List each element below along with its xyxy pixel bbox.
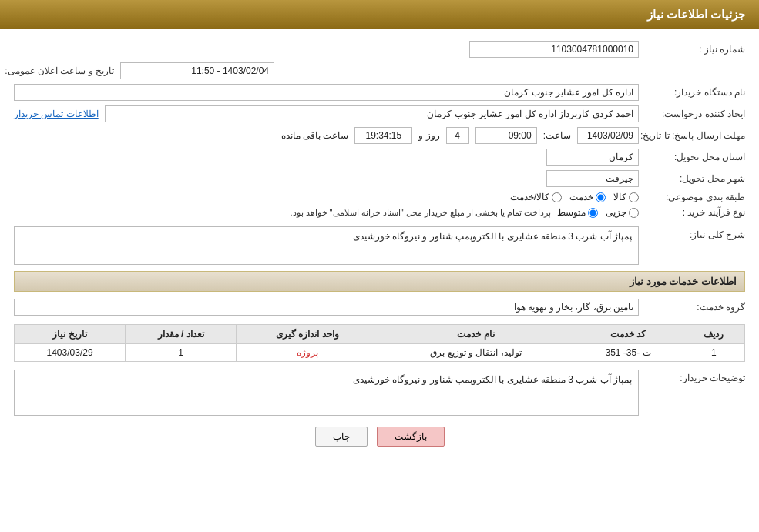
th-unit: واحد اندازه گیری: [237, 325, 378, 344]
th-radif: ردیف: [683, 325, 744, 344]
th-name: نام خدمت: [378, 325, 573, 344]
sharh-value: پمپاژ آب شرب 3 منطقه عشایری با الکتروپمپ…: [14, 226, 639, 265]
ostan-label: استان محل تحویل:: [645, 152, 745, 162]
gorooh-label: گروه خدمت:: [645, 302, 745, 313]
cell-tedad: 1: [126, 344, 237, 362]
th-tedad: تعداد / مقدار: [126, 325, 237, 344]
shahr-row: شهر محل تحویل: جیرفت: [14, 168, 745, 189]
tabaqe-kala-khadamat-item[interactable]: کالا/خدمت: [510, 192, 562, 202]
mohlet-date: 1403/02/09: [577, 127, 639, 144]
page-header: جزئیات اطلاعات نیاز: [0, 0, 759, 29]
mohlet-label: مهلت ارسال پاسخ: تا تاریخ:: [645, 130, 745, 141]
shomara-value: 1103004781000010: [469, 41, 639, 58]
services-table: ردیف کد خدمت نام خدمت واحد اندازه گیری ت…: [14, 324, 745, 362]
gorooh-value: تامین برق، گاز، بخار و تهویه هوا: [14, 299, 639, 316]
tabaqe-row: طبقه بندی موضوعی: کالا خدمت کالا/خدمت: [14, 189, 745, 205]
tabaqe-kala-khadamat-label: کالا/خدمت: [510, 192, 549, 202]
nam-dastgah-label: نام دستگاه خریدار:: [645, 87, 745, 98]
page-wrapper: جزئیات اطلاعات نیاز شماره نیاز : 1103004…: [0, 0, 759, 532]
ijad-row: ایجاد کننده درخواست: احمد کردی کاربرداز …: [14, 103, 745, 125]
cell-name: تولید، انتقال و توزیع برق: [378, 344, 573, 362]
shahr-value: جیرفت: [546, 170, 639, 187]
khadamat-section-title: اطلاعات خدمات مورد نیاز: [14, 271, 745, 292]
date-announce-value: 1403/02/04 - 11:50: [120, 62, 274, 79]
th-tarikh: تاریخ نیاز: [15, 325, 126, 344]
cell-kod: ت -35- 351: [573, 344, 683, 362]
nooe-jozi-label: جزیی: [606, 207, 626, 218]
tozihat-value: پمپاژ آب شرب 3 منطقه عشایری با الکتروپمپ…: [14, 370, 639, 416]
tabaqe-khadamat-radio[interactable]: [596, 192, 606, 202]
saaat-value: 09:00: [475, 127, 537, 144]
cell-radif: 1: [683, 344, 744, 362]
rooz-value: 4: [446, 127, 469, 144]
nooe-movasat-radio[interactable]: [588, 208, 598, 218]
tabaqe-radio-group: کالا خدمت کالا/خدمت: [510, 192, 639, 202]
gorooh-row: گروه خدمت: تامین برق، گاز، بخار و تهویه …: [14, 296, 745, 318]
button-group: بازگشت چاپ: [14, 427, 745, 457]
contact-link[interactable]: اطلاعات تماس خریدار: [14, 109, 99, 119]
shomara-label: شماره نیاز :: [645, 44, 745, 55]
nooe-movasat-item[interactable]: متوسط: [557, 207, 598, 218]
tozihat-label: توضیحات خریدار:: [645, 370, 745, 383]
table-header-row: ردیف کد خدمت نام خدمت واحد اندازه گیری ت…: [15, 325, 745, 344]
tabaqe-kala-khadamat-radio[interactable]: [552, 192, 562, 202]
nam-dastgah-value: اداره کل امور عشایر جنوب کرمان: [14, 84, 639, 101]
shomara-row: شماره نیاز : 1103004781000010: [14, 38, 745, 60]
sharh-label: شرح کلی نیاز:: [645, 226, 745, 240]
tabaqe-khadamat-label: خدمت: [569, 192, 593, 202]
date-announce-label: تاریخ و ساعت اعلان عمومی:: [14, 65, 114, 76]
ostan-row: استان محل تحویل: کرمان: [14, 146, 745, 168]
ijad-value: احمد کردی کاربرداز اداره کل امور عشایر ج…: [105, 105, 639, 122]
main-content: شماره نیاز : 1103004781000010 1403/02/04…: [0, 29, 759, 467]
th-kod: کد خدمت: [573, 325, 683, 344]
ostan-value: کرمان: [546, 149, 639, 166]
back-button[interactable]: بازگشت: [377, 427, 445, 447]
sharh-section: شرح کلی نیاز: پمپاژ آب شرب 3 منطقه عشایر…: [14, 226, 745, 265]
date-announce-row: 1403/02/04 - 11:50 تاریخ و ساعت اعلان عم…: [14, 60, 745, 82]
cell-unit: پروژه: [237, 344, 378, 362]
saaat-label: ساعت:: [543, 130, 571, 141]
mohlet-row: مهلت ارسال پاسخ: تا تاریخ: 1403/02/09 سا…: [14, 125, 745, 146]
nooe-row: نوع فرآیند خرید : جزیی متوسط پرداخت تمام…: [14, 205, 745, 220]
print-button[interactable]: چاپ: [315, 427, 368, 447]
nooe-movasat-label: متوسط: [557, 207, 586, 218]
shahr-label: شهر محل تحویل:: [645, 173, 745, 184]
nooe-label: نوع فرآیند خرید :: [645, 207, 745, 218]
tozihat-section: توضیحات خریدار: پمپاژ آب شرب 3 منطقه عشا…: [14, 370, 745, 416]
tabaqe-kala-item[interactable]: کالا: [613, 192, 639, 202]
ijad-label: ایجاد کننده درخواست:: [645, 109, 745, 119]
tabaqe-label: طبقه بندی موضوعی:: [645, 192, 745, 202]
rooz-label: روز و: [418, 130, 439, 141]
mande-label: ساعت باقی مانده: [281, 130, 349, 141]
nooe-jozi-radio[interactable]: [629, 208, 639, 218]
nam-dastgah-row: نام دستگاه خریدار: اداره کل امور عشایر ج…: [14, 82, 745, 103]
cell-tarikh: 1403/03/29: [15, 344, 126, 362]
table-row: 1ت -35- 351تولید، انتقال و توزیع برقپروژ…: [15, 344, 745, 362]
nooe-note: پرداخت تمام یا بخشی از مبلغ خریداز محل "…: [290, 208, 551, 218]
nooe-jozi-item[interactable]: جزیی: [606, 207, 639, 218]
countdown-value: 19:34:15: [354, 127, 412, 144]
tabaqe-khadamat-item[interactable]: خدمت: [569, 192, 606, 202]
page-title: جزئیات اطلاعات نیاز: [647, 8, 745, 21]
nooe-radio-group: جزیی متوسط: [557, 207, 639, 218]
tabaqe-kala-label: کالا: [613, 192, 626, 202]
tabaqe-kala-radio[interactable]: [629, 192, 639, 202]
